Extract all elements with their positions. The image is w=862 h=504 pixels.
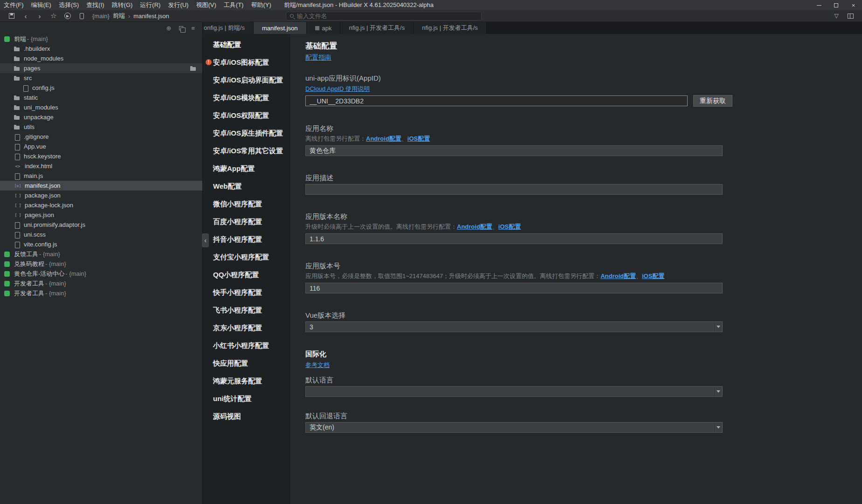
tree-item-frontend-project[interactable]: 前端 - {main} (0, 34, 202, 44)
config-nav-item-qq-mp[interactable]: QQ小程序配置 (203, 266, 290, 284)
menu-help[interactable]: 帮助(Y) (247, 0, 275, 10)
config-nav-item-modules[interactable]: 安卓/iOS模块配置 (203, 89, 290, 107)
tree-item-manifest-json[interactable]: manifest.json (0, 181, 202, 191)
tree-item-static[interactable]: static (0, 93, 202, 102)
tree-item-utils[interactable]: utils (0, 122, 202, 132)
config-nav-item-web[interactable]: Web配置 (203, 177, 290, 195)
forward-button[interactable]: › (33, 11, 47, 21)
refresh-appid-button[interactable]: 重新获取 (693, 95, 732, 107)
menu-publish[interactable]: 发行(U) (164, 0, 192, 10)
ios-config-link[interactable]: iOS配置 (407, 135, 430, 142)
config-nav-item-alipay-mp[interactable]: 支付宝小程序配置 (203, 248, 290, 266)
config-nav-item-quickapp[interactable]: 快应用配置 (203, 354, 290, 372)
dcloud-appid-doc-link[interactable]: DCloud AppID 使用说明 (305, 85, 370, 92)
config-nav-item-weixin-mp[interactable]: 微信小程序配置 (203, 195, 290, 213)
tree-item-uni-modules[interactable]: uni_modules (0, 102, 202, 112)
tab-manifest-json[interactable]: manifest.json (254, 22, 307, 34)
config-nav-item-app-icons[interactable]: 安卓/iOS图标配置 (203, 54, 290, 71)
tab-apk[interactable]: apk (307, 22, 341, 34)
run-button[interactable]: ▶ (61, 11, 75, 21)
config-nav-item-feishu-mp[interactable]: 飞书小程序配置 (203, 301, 290, 319)
locate-file-icon[interactable]: ⊕ (165, 24, 172, 32)
menu-find[interactable]: 查找(I) (83, 0, 108, 10)
config-nav-item-jd-mp[interactable]: 京东小程序配置 (203, 319, 290, 337)
search-input[interactable] (297, 13, 477, 20)
tree-item-uni-scss[interactable]: uni.scss (0, 230, 202, 239)
explorer-menu-icon[interactable]: ≡ (189, 24, 197, 32)
close-button[interactable]: × (845, 0, 862, 10)
back-button[interactable]: ‹ (19, 11, 33, 21)
tree-item-redeem-tutorial-project[interactable]: 兑换码教程 - {main} (0, 259, 202, 269)
config-nav-item-kuaishou-mp[interactable]: 快手小程序配置 (203, 284, 290, 301)
config-nav-item-harmony-app[interactable]: 鸿蒙App配置 (203, 160, 290, 177)
android-config-link[interactable]: Android配置 (600, 272, 636, 279)
tree-item-hsck-keystore[interactable]: hsck.keystore (0, 151, 202, 161)
tree-item-feedback-project[interactable]: 反馈工具 - {main} (0, 249, 202, 259)
config-nav-item-basic[interactable]: 基础配置 (203, 36, 290, 54)
config-nav-item-source-view[interactable]: 源码视图 (203, 408, 290, 425)
tree-item-activity-center-project[interactable]: 黄色仓库-活动中心 - {main} (0, 269, 202, 279)
tab-config-js-frontend[interactable]: onfig.js | 前端/s (203, 22, 254, 34)
app-name-input[interactable] (305, 145, 723, 156)
breadcrumb-file[interactable]: manifest.json (133, 13, 169, 20)
collapse-all-button[interactable] (177, 24, 185, 32)
tree-item-src[interactable]: src (0, 73, 202, 83)
fallback-language-select[interactable]: 英文(en) (305, 422, 723, 433)
config-guide-link[interactable]: 配置指南 (305, 54, 331, 62)
config-nav-item-splashscreen[interactable]: 安卓/iOS启动界面配置 (203, 71, 290, 89)
tree-item-pages-json[interactable]: pages.json (0, 210, 202, 220)
config-nav-item-uni-stat[interactable]: uni统计配置 (203, 390, 290, 408)
menu-file[interactable]: 文件(F) (0, 0, 28, 10)
config-nav-item-xiaohongshu-mp[interactable]: 小红书小程序配置 (203, 337, 290, 354)
i18n-doc-link[interactable]: 参考文档 (305, 361, 330, 369)
tree-item-unpackage[interactable]: unpackage (0, 112, 202, 122)
minimize-button[interactable] (810, 0, 828, 10)
menu-run[interactable]: 运行(R) (136, 0, 164, 10)
config-nav-item-baidu-mp[interactable]: 百度小程序配置 (203, 213, 290, 231)
tree-item-package-json[interactable]: package.json (0, 191, 202, 200)
tree-item-devtools-project-1[interactable]: 开发者工具 - {main} (0, 279, 202, 288)
tree-item-gitignore[interactable]: .gitignore (0, 132, 202, 142)
menu-tools[interactable]: 工具(T) (220, 0, 248, 10)
config-nav-item-harmony-atomic[interactable]: 鸿蒙元服务配置 (203, 372, 290, 390)
tree-item-index-html[interactable]: index.html (0, 161, 202, 171)
appid-input[interactable] (305, 95, 688, 106)
config-nav-item-douyin-mp[interactable]: 抖音小程序配置 (203, 231, 290, 248)
sidebar-collapse-handle[interactable] (202, 233, 209, 247)
config-nav-item-native-plugins[interactable]: 安卓/iOS原生插件配置 (203, 124, 290, 142)
tab-config-js-devtools-1[interactable]: nfig.js | 开发者工具/s (340, 22, 414, 34)
default-language-select[interactable] (305, 386, 723, 397)
android-config-link[interactable]: Android配置 (457, 223, 492, 230)
tree-item-vite-config-js[interactable]: vite.config.js (0, 239, 202, 249)
bookmark-button[interactable]: ☆ (47, 11, 61, 21)
config-nav-item-misc-settings[interactable]: 安卓/iOS常用其它设置 (203, 142, 290, 160)
menu-select[interactable]: 选择(S) (55, 0, 83, 10)
file-search-box[interactable] (286, 12, 482, 20)
folder-action-icon[interactable] (190, 65, 197, 72)
version-name-input[interactable] (305, 233, 723, 244)
menu-view[interactable]: 视图(V) (192, 0, 220, 10)
tree-item-devtools-project-2[interactable]: 开发者工具 - {main} (0, 288, 202, 298)
version-code-input[interactable] (305, 283, 723, 293)
breadcrumb-project[interactable]: 前端 (113, 12, 125, 20)
tree-item-uni-promisify-adaptor-js[interactable]: uni.promisify.adaptor.js (0, 220, 202, 230)
app-description-input[interactable] (305, 184, 723, 195)
tree-item-app-vue[interactable]: App.vue (0, 142, 202, 151)
menu-edit[interactable]: 编辑(E) (28, 0, 55, 10)
vue-version-select[interactable]: 3 (305, 321, 723, 332)
filter-button[interactable]: ▽ (829, 11, 843, 21)
ios-config-link[interactable]: iOS配置 (642, 272, 664, 279)
tree-item-main-js[interactable]: main.js (0, 171, 202, 181)
layout-button[interactable] (843, 11, 857, 21)
save-button[interactable] (5, 11, 19, 21)
device-button[interactable] (75, 11, 89, 21)
maximize-button[interactable] (828, 0, 845, 10)
tree-item-node-modules[interactable]: node_modules (0, 54, 202, 63)
ios-config-link[interactable]: iOS配置 (498, 223, 521, 230)
tree-item-config-js[interactable]: config.js (0, 83, 202, 93)
tree-item-package-lock-json[interactable]: package-lock.json (0, 200, 202, 210)
menu-goto[interactable]: 跳转(G) (108, 0, 137, 10)
breadcrumb-scope[interactable]: {main} (92, 13, 110, 20)
android-config-link[interactable]: Android配置 (366, 135, 401, 142)
tree-item-pages[interactable]: pages (0, 63, 202, 73)
